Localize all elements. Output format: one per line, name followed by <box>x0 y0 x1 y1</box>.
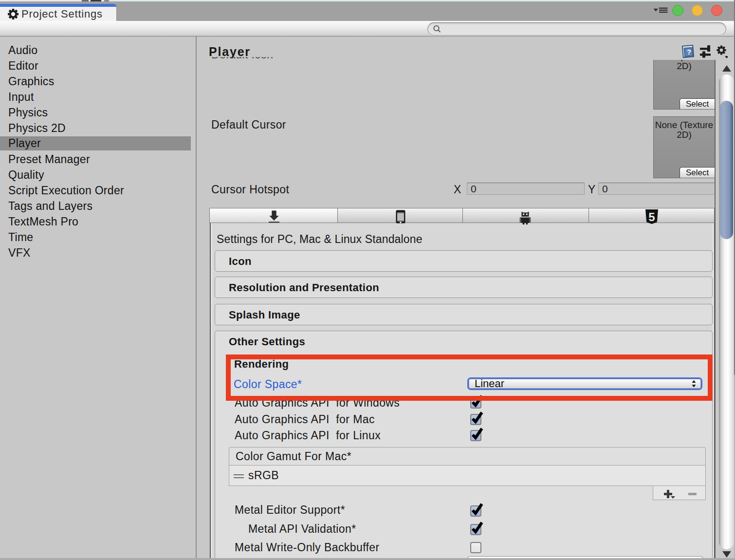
svg-text:5: 5 <box>648 210 655 224</box>
svg-text:?: ? <box>687 48 691 56</box>
